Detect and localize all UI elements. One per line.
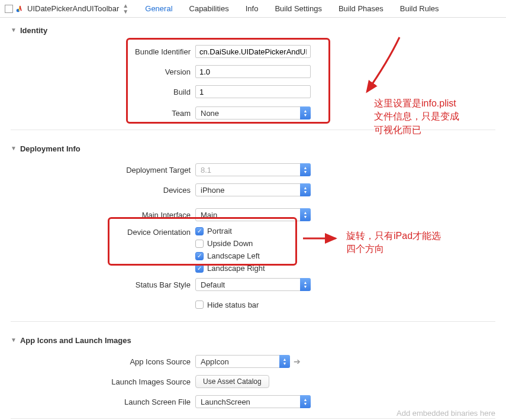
tab-build-phases[interactable]: Build Phases: [339, 4, 383, 13]
app-icon: [15, 5, 24, 13]
go-to-icon[interactable]: ➔: [294, 357, 301, 366]
deployment-target-label: Deployment Target: [0, 166, 195, 175]
status-bar-select[interactable]: Default ▲▼: [195, 278, 311, 291]
use-asset-catalog-button[interactable]: Use Asset Catalog: [195, 375, 269, 388]
deployment-target-select[interactable]: 8.1 ▲▼: [195, 163, 311, 176]
chevron-updown-icon: ▲▼: [300, 106, 311, 119]
icons-source-label: App Icons Source: [0, 357, 195, 366]
devices-select[interactable]: iPhone ▲▼: [195, 183, 311, 196]
devices-value: iPhone: [195, 183, 311, 196]
version-input[interactable]: [195, 65, 311, 78]
target-updown-icon[interactable]: ▲▼: [123, 3, 128, 15]
tab-build-rules[interactable]: Build Rules: [400, 4, 439, 13]
checkbox-upside-down-label: Upside Down: [207, 239, 253, 248]
checkbox-landscape-left-label: Landscape Left: [207, 251, 260, 260]
disclosure-icon: ▼: [11, 27, 17, 33]
devices-label: Devices: [0, 186, 195, 195]
section-identity-title: Identity: [20, 26, 47, 35]
tab-build-settings[interactable]: Build Settings: [275, 4, 322, 13]
target-header: UIDatePickerAndUIToolbar ▲▼ General Capa…: [0, 0, 506, 18]
chevron-updown-icon: ▲▼: [279, 355, 290, 368]
team-select[interactable]: None ▲▼: [195, 106, 311, 119]
checkbox-portrait[interactable]: ✓: [195, 227, 204, 235]
tab-general[interactable]: General: [145, 4, 172, 13]
launch-images-label: Launch Images Source: [0, 377, 195, 386]
icons-source-select[interactable]: AppIcon ▲▼: [195, 355, 290, 368]
disclosure-icon: ▼: [11, 145, 17, 151]
annotation-text-identity: 这里设置是info.plist 文件信息，只是变成 可视化而已: [374, 97, 459, 137]
chevron-updown-icon: ▲▼: [300, 163, 311, 176]
checkbox-hide-status-bar[interactable]: [195, 301, 204, 309]
status-bar-label: Status Bar Style: [0, 280, 195, 289]
version-label: Version: [0, 67, 195, 76]
section-app-icons-header[interactable]: ▼ App Icons and Launch Images: [0, 330, 506, 348]
checkbox-upside-down[interactable]: [195, 240, 204, 248]
checkbox-landscape-right-label: Landscape Right: [207, 264, 265, 273]
bundle-id-input[interactable]: [195, 45, 311, 58]
launch-screen-value: LaunchScreen: [195, 395, 311, 408]
status-bar-value: Default: [195, 278, 311, 291]
target-name[interactable]: UIDatePickerAndUIToolbar: [27, 4, 119, 13]
build-input[interactable]: [195, 85, 311, 98]
main-interface-value: Main: [195, 208, 311, 221]
checkbox-landscape-left[interactable]: ✓: [195, 252, 204, 260]
annotation-text-orientation: 旋转，只有iPad才能选 四个方向: [346, 230, 441, 256]
chevron-updown-icon: ▲▼: [300, 395, 311, 408]
chevron-updown-icon: ▲▼: [300, 208, 311, 221]
footer-hint: Add embedded binaries here: [397, 409, 495, 418]
chevron-updown-icon: ▲▼: [300, 278, 311, 291]
launch-screen-select[interactable]: LaunchScreen ▲▼: [195, 395, 311, 408]
tab-info[interactable]: Info: [246, 4, 259, 13]
checkbox-landscape-right[interactable]: ✓: [195, 264, 204, 273]
section-deployment-header[interactable]: ▼ Deployment Info: [0, 138, 506, 157]
orientation-group: ✓ Portrait Upside Down ✓ Landscape Left …: [195, 227, 265, 273]
hide-status-bar-label: Hide status bar: [207, 301, 259, 309]
section-deployment-title: Deployment Info: [20, 144, 80, 153]
disclosure-icon: ▼: [11, 337, 17, 343]
main-interface-select[interactable]: Main ▲▼: [195, 208, 311, 221]
orientation-label: Device Orientation: [0, 227, 195, 237]
section-app-icons: ▼ App Icons and Launch Images App Icons …: [0, 328, 506, 420]
chevron-updown-icon: ▲▼: [300, 183, 311, 196]
checkbox-portrait-label: Portrait: [207, 227, 232, 235]
editor-tabs: General Capabilities Info Build Settings…: [145, 4, 439, 13]
build-label: Build: [0, 88, 195, 96]
window-box-icon: [5, 5, 13, 13]
launch-screen-label: Launch Screen File: [0, 398, 195, 406]
main-interface-label: Main Interface: [0, 211, 195, 219]
tab-capabilities[interactable]: Capabilities: [189, 4, 229, 13]
icons-source-value: AppIcon: [195, 355, 290, 368]
team-select-value: None: [195, 106, 311, 119]
deployment-target-value: 8.1: [195, 163, 311, 176]
team-label: Team: [0, 109, 195, 118]
bundle-id-label: Bundle Identifier: [0, 47, 195, 56]
section-identity-header[interactable]: ▼ Identity: [0, 20, 506, 38]
section-app-icons-title: App Icons and Launch Images: [20, 336, 131, 345]
